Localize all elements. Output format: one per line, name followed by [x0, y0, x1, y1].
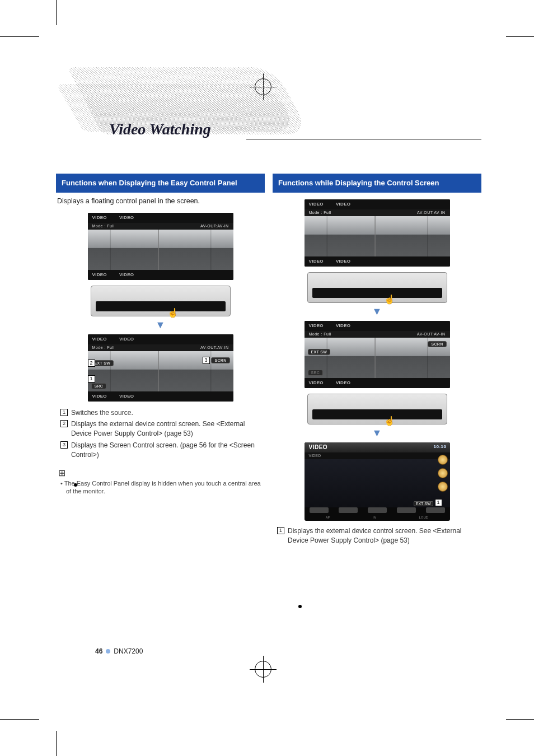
touch-hand-icon: ☝ — [384, 294, 395, 305]
callout-list-right: 1 Displays the external device control s… — [273, 525, 481, 552]
control-title: VIDEO — [309, 444, 328, 450]
callout-marker: 2 — [88, 360, 95, 367]
avout-label: AV-OUT:AV-IN — [417, 332, 445, 336]
clock: 10:10 — [434, 444, 447, 449]
src-label: VIDEO — [309, 259, 324, 264]
side-button[interactable] — [438, 468, 448, 478]
screenshot-easy-panel-2: VIDEO VIDEO Mode : Full AV-OUT:AV-IN EXT… — [88, 334, 233, 402]
video-preview — [88, 351, 233, 391]
scrn-button[interactable]: SCRN — [211, 357, 229, 363]
device-illustration: ☝ — [91, 286, 231, 316]
callout-text: Displays the Screen Control screen. (pag… — [71, 441, 261, 460]
bottom-button[interactable] — [368, 507, 387, 513]
scrn-button[interactable]: SCRN — [428, 341, 446, 347]
src-label: VIDEO — [92, 215, 107, 220]
footer-dot-icon — [106, 649, 110, 654]
avout-label: AV-OUT:AV-IN — [200, 224, 228, 228]
chevron-down-icon: ▼ — [56, 320, 265, 330]
src-label: VIDEO — [309, 202, 324, 207]
src-label: VIDEO — [119, 394, 134, 399]
avout-label: AV-OUT:AV-IN — [417, 211, 445, 214]
src-label: VIDEO — [119, 272, 134, 277]
footer-label: AF — [326, 516, 330, 519]
src-label: VIDEO — [336, 323, 350, 328]
left-column: Functions when Displaying the Easy Contr… — [56, 174, 265, 552]
device-illustration: ☝ — [307, 272, 447, 303]
mode-label: Mode : Full — [309, 332, 331, 336]
bottom-button[interactable] — [310, 507, 329, 513]
page-title: Video Watching — [109, 120, 211, 138]
side-buttons — [438, 455, 448, 492]
callout-marker: 3 — [203, 357, 210, 364]
ext-sw-button[interactable]: EXT SW — [308, 349, 331, 355]
avout-label: AV-OUT:AV-IN — [200, 346, 228, 349]
title-banner — [56, 67, 481, 101]
control-sub: VIDEO — [309, 454, 321, 458]
video-preview — [305, 216, 450, 256]
src-label: VIDEO — [336, 380, 350, 385]
callout-text: Displays the external device control scr… — [288, 526, 478, 546]
page-footer: 46 DNX7200 — [95, 647, 143, 655]
src-label: VIDEO — [92, 272, 107, 277]
callout-text: Displays the external device control scr… — [71, 419, 261, 439]
page-number: 46 — [95, 647, 102, 655]
side-button[interactable] — [438, 455, 448, 465]
control-body — [305, 459, 450, 507]
footer-label: LOUD — [419, 516, 429, 519]
mode-label: Mode : Full — [92, 346, 115, 349]
bottom-button[interactable] — [426, 507, 445, 513]
src-label: VIDEO — [336, 259, 350, 264]
src-button[interactable]: SRC — [308, 370, 324, 376]
footer-label: IN — [373, 516, 376, 519]
list-item: 1 Switches the source. — [60, 408, 261, 418]
ext-sw-button[interactable]: EXT SW — [414, 501, 433, 506]
callout-num: 3 — [60, 441, 68, 449]
list-item: 3 Displays the Screen Control screen. (p… — [60, 441, 261, 460]
device-illustration: ☝ — [307, 394, 447, 424]
list-item: 2 Displays the external device control s… — [60, 419, 261, 439]
callout-marker: 1 — [88, 375, 95, 382]
product-model: DNX7200 — [114, 647, 143, 655]
src-label: VIDEO — [119, 337, 134, 342]
mode-label: Mode : Full — [92, 224, 115, 228]
touch-hand-icon: ☝ — [384, 416, 395, 426]
callout-num: 1 — [277, 527, 284, 534]
callout-text: Switches the source. — [71, 408, 133, 418]
right-column: Functions while Displaying the Control S… — [273, 174, 481, 552]
section-heading-left: Functions when Displaying the Easy Contr… — [56, 174, 265, 193]
src-label: VIDEO — [92, 394, 107, 399]
callout-num: 2 — [60, 420, 68, 427]
note-icon: ⊞ — [58, 468, 265, 478]
title-rule — [246, 139, 481, 139]
src-label: VIDEO — [309, 380, 324, 385]
video-preview — [88, 230, 233, 270]
intro-left: Displays a floating control panel in the… — [56, 193, 265, 211]
mode-label: Mode : Full — [309, 211, 331, 214]
callout-num: 1 — [60, 409, 68, 416]
screenshot-easy-panel-1: VIDEO VIDEO Mode : Full AV-OUT:AV-IN VID… — [88, 213, 233, 280]
touch-hand-icon: ☝ — [167, 307, 179, 318]
screenshot-control-main: VIDEO 10:10 VIDEO EXT SW 1 — [305, 442, 450, 521]
chevron-down-icon: ▼ — [273, 306, 481, 316]
chevron-down-icon: ▼ — [273, 428, 481, 438]
list-item: 1 Displays the external device control s… — [277, 526, 478, 546]
screenshot-control-2: VIDEO VIDEO Mode : Full AV-OUT:AV-IN SCR… — [305, 321, 450, 388]
callout-list-left: 1 Switches the source. 2 Displays the ex… — [56, 407, 265, 466]
src-label: VIDEO — [309, 323, 324, 328]
callout-marker: 1 — [435, 499, 442, 506]
section-heading-right: Functions while Displaying the Control S… — [273, 174, 481, 193]
src-label: VIDEO — [119, 215, 134, 220]
src-label: VIDEO — [336, 202, 350, 207]
bottom-button[interactable] — [339, 507, 358, 513]
src-button[interactable]: SRC — [91, 383, 107, 389]
screenshot-control-1: VIDEO VIDEO Mode : Full AV-OUT:AV-IN VID… — [305, 199, 450, 267]
src-label: VIDEO — [92, 337, 107, 342]
note-text: • The Easy Control Panel display is hidd… — [56, 479, 265, 496]
side-button[interactable] — [438, 482, 448, 492]
bottom-button[interactable] — [397, 507, 416, 513]
